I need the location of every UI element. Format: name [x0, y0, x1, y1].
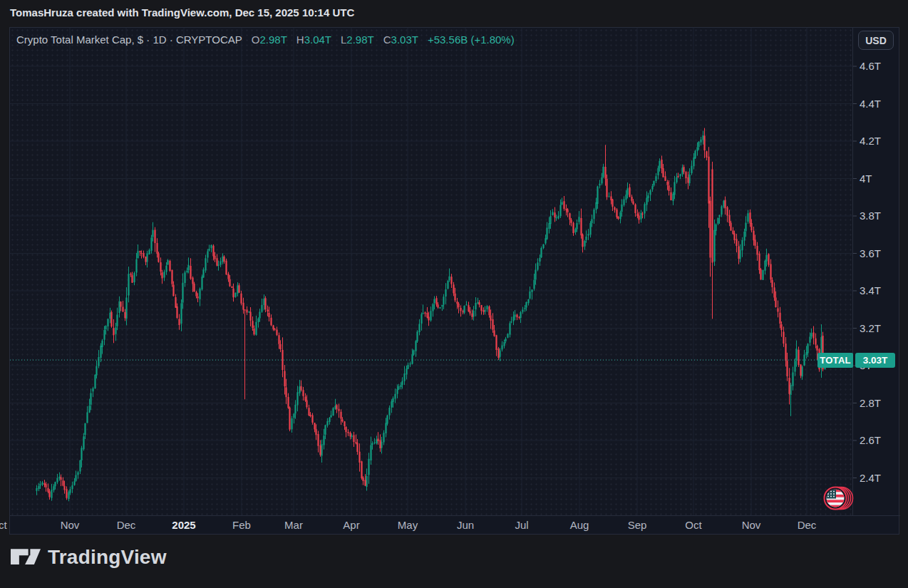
x-tick-label: Apr: [343, 519, 359, 531]
x-tick-label: Nov: [61, 519, 80, 531]
x-tick-label: Oct: [0, 519, 7, 531]
candles-layer: [10, 128, 852, 502]
top-bar: TomasHruza created with TradingView.com,…: [0, 0, 908, 27]
legend-open: O2.98T: [252, 33, 287, 46]
y-tick-label: 4.4T: [860, 98, 881, 110]
legend-high: H3.04T: [296, 33, 331, 46]
y-tick-label: 3.4T: [860, 284, 881, 297]
x-tick-label: Jul: [515, 519, 528, 531]
x-tick-label: Dec: [117, 519, 136, 531]
tradingview-logo[interactable]: TradingView: [11, 546, 167, 569]
tradingview-logo-text: TradingView: [48, 546, 167, 569]
legend-change: +53.56B (+1.80%): [428, 33, 515, 46]
x-tick-label: Aug: [570, 519, 589, 531]
footer: TradingView: [0, 535, 908, 588]
y-tick-label: 4.2T: [860, 135, 881, 148]
price-scale[interactable]: 4.6T4.4T4.2T4T3.8T3.6T3.4T3.2T3T2.8T2.6T…: [852, 28, 900, 515]
candlestick-chart-canvas[interactable]: [10, 28, 900, 535]
y-tick-label: 4.6T: [860, 60, 881, 73]
x-tick-label: Dec: [798, 519, 817, 531]
x-tick-label: Oct: [685, 519, 701, 531]
tradingview-logo-icon: [11, 548, 41, 567]
legend-close: C3.03T: [383, 33, 418, 46]
y-tick-label: 4T: [860, 172, 872, 185]
y-tick-label: 3.2T: [860, 322, 881, 335]
currency-usd-button[interactable]: USD: [858, 31, 894, 50]
y-tick-label: 3.8T: [860, 210, 881, 222]
x-tick-label: Mar: [284, 519, 303, 531]
total-symbol-coin-flag-icon: [822, 485, 854, 512]
y-tick-label: 2.4T: [860, 472, 881, 485]
x-tick-label: 2025: [172, 519, 195, 531]
x-tick-label: Jun: [457, 519, 474, 531]
y-tick-label: 2.8T: [860, 397, 881, 410]
attribution-text: TomasHruza created with TradingView.com,…: [10, 6, 354, 19]
x-tick-label: May: [398, 519, 418, 531]
chart-legend[interactable]: Crypto Total Market Cap, $ · 1D · CRYPTO…: [16, 33, 515, 46]
legend-low: L2.98T: [341, 33, 374, 46]
chart-panel: Crypto Total Market Cap, $ · 1D · CRYPTO…: [9, 27, 899, 535]
x-tick-label: Nov: [742, 519, 761, 531]
symbol-title: Crypto Total Market Cap, $ · 1D · CRYPTO…: [16, 33, 242, 46]
y-tick-label: 3.6T: [860, 247, 881, 260]
price-line-symbol-label: TOTAL: [817, 353, 853, 368]
x-tick-label: Sep: [628, 519, 647, 531]
time-scale[interactable]: OctNovDec2025FebMarAprMayJunJulAugSepOct…: [10, 515, 900, 535]
y-tick-label: 2.6T: [860, 434, 881, 447]
last-price-tag: 3.03T: [855, 353, 895, 368]
x-tick-label: Feb: [232, 519, 251, 531]
